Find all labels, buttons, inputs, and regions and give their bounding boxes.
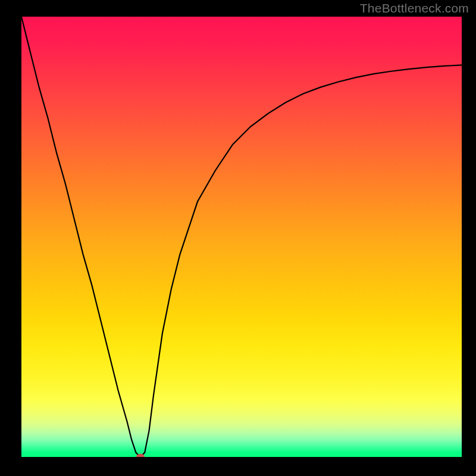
plot-area bbox=[21, 17, 462, 457]
minimum-marker-dot bbox=[136, 454, 145, 458]
bottleneck-curve bbox=[21, 17, 462, 457]
chart-frame: TheBottleneck.com bbox=[0, 0, 476, 476]
watermark-text: TheBottleneck.com bbox=[360, 1, 469, 15]
